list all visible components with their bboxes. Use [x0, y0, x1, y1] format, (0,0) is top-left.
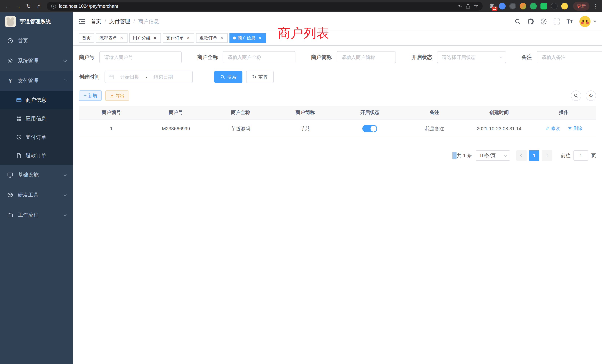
col-merchant-id: 商户编号: [79, 106, 144, 119]
extension-dark-icon[interactable]: [509, 3, 516, 10]
search-button[interactable]: 搜索: [214, 71, 242, 83]
status-toggle[interactable]: [362, 125, 377, 132]
goto-page-input[interactable]: [573, 150, 588, 161]
share-icon[interactable]: [465, 3, 471, 9]
user-menu[interactable]: [579, 16, 596, 27]
tab-merchant-info[interactable]: 商户信息 ×: [229, 33, 266, 43]
back-icon[interactable]: ←: [3, 1, 13, 11]
font-size-icon[interactable]: TT: [563, 12, 576, 31]
sidebar-toggle-icon[interactable]: [79, 19, 85, 24]
payment-submenu: 商户信息 应用信息 支付订单: [0, 91, 73, 165]
cell-short-name: 芋艿: [273, 119, 337, 138]
toggle-search-button[interactable]: [571, 90, 581, 101]
close-icon[interactable]: ×: [257, 35, 262, 41]
extension-avatar-icon[interactable]: [520, 3, 526, 10]
tab-refund-order[interactable]: 退款订单 ×: [196, 33, 228, 43]
close-icon[interactable]: ×: [119, 35, 124, 41]
breadcrumb-separator: /: [105, 19, 106, 24]
sidebar-item-refund-order[interactable]: 退款订单: [0, 146, 73, 165]
create-time-range-picker[interactable]: -: [105, 71, 193, 83]
refresh-icon: ↻: [252, 74, 256, 79]
fullscreen-icon[interactable]: [550, 12, 563, 31]
export-button[interactable]: 导出: [105, 90, 129, 101]
status-select[interactable]: 请选择开启状态: [437, 51, 506, 63]
sidebar-item-pay-order[interactable]: 支付订单: [0, 128, 73, 146]
tab-home[interactable]: 首页: [79, 33, 94, 43]
col-full-name: 商户全称: [208, 106, 273, 119]
cell-actions: 修改 删除: [531, 119, 596, 138]
next-page-button[interactable]: [542, 150, 552, 161]
extension-blue-icon[interactable]: [499, 3, 506, 10]
gear-icon: [7, 58, 13, 64]
forward-icon[interactable]: →: [13, 1, 23, 11]
delete-button[interactable]: 删除: [568, 126, 582, 131]
sidebar-item-payment[interactable]: ¥ 支付管理: [0, 71, 73, 91]
password-key-icon[interactable]: [457, 3, 462, 9]
page-size-select[interactable]: 10条/页: [476, 150, 510, 161]
sidebar-item-system[interactable]: 系统管理: [0, 51, 73, 71]
end-date-input[interactable]: [150, 74, 177, 80]
chevron-up-icon: [64, 79, 67, 82]
breadcrumb-payment[interactable]: 支付管理: [109, 18, 130, 25]
tab-user-group[interactable]: 用户分组 ×: [129, 33, 161, 43]
reset-button[interactable]: ↻ 重置: [246, 71, 274, 83]
remark-input[interactable]: [537, 51, 602, 63]
extension-notes-icon[interactable]: [540, 3, 547, 10]
edit-button-label: 修改: [551, 126, 560, 131]
tab-process-form[interactable]: 流程表单 ×: [96, 33, 128, 43]
browser-menu-icon[interactable]: ⋮: [592, 3, 599, 9]
extension-green-icon[interactable]: [530, 3, 537, 10]
sidebar-item-app-info[interactable]: 应用信息: [0, 109, 73, 128]
bookmark-star-icon[interactable]: ☆: [473, 3, 478, 9]
sidebar-item-label: 支付管理: [18, 77, 39, 84]
breadcrumb-home[interactable]: 首页: [91, 18, 101, 25]
page-1-button[interactable]: 1: [529, 150, 539, 161]
col-actions: 操作: [531, 106, 596, 119]
sidebar-item-devtools[interactable]: 研发工具: [0, 185, 73, 205]
close-icon[interactable]: ×: [152, 35, 158, 41]
table-toolbar: + 新增 导出 ↻: [79, 90, 596, 101]
reset-button-label: 重置: [258, 74, 268, 80]
github-icon[interactable]: [525, 12, 537, 31]
close-icon[interactable]: ×: [186, 35, 191, 41]
status-select-placeholder: 请选择开启状态: [442, 54, 476, 61]
url-text: localhost:1024/pay/merchant: [59, 3, 454, 9]
edit-button[interactable]: 修改: [545, 126, 560, 131]
sidebar-item-infrastructure[interactable]: 基础设施: [0, 165, 73, 185]
add-button[interactable]: + 新增: [79, 90, 102, 101]
search-icon[interactable]: [512, 12, 524, 31]
profile-avatar-icon[interactable]: [561, 3, 568, 10]
prev-page-button[interactable]: [516, 150, 527, 161]
filter-short-name: 商户简称: [311, 51, 396, 63]
tab-label: 退款订单: [199, 35, 217, 41]
tab-pay-order[interactable]: 支付订单 ×: [163, 33, 194, 43]
grid-icon: [16, 116, 22, 121]
extensions-puzzle-icon[interactable]: 10: [489, 3, 495, 10]
reload-icon[interactable]: ↻: [24, 1, 33, 11]
full-name-input[interactable]: [223, 51, 295, 63]
extension-paw-icon[interactable]: [551, 3, 558, 10]
tab-bar: 首页 流程表单 × 用户分组 × 支付订单 × 退款订单 × 商户信息 ×: [73, 31, 602, 46]
close-icon[interactable]: ×: [219, 35, 224, 41]
short-name-input[interactable]: [337, 51, 396, 63]
short-name-label: 商户简称: [311, 54, 332, 61]
home-icon[interactable]: ⌂: [34, 1, 44, 11]
sidebar-item-merchant-info[interactable]: 商户信息: [0, 91, 73, 109]
sidebar-item-label: 首页: [18, 37, 28, 44]
refresh-table-button[interactable]: ↻: [586, 90, 596, 101]
browser-update-button[interactable]: 更新: [573, 2, 589, 11]
refresh-icon: ↻: [589, 93, 593, 98]
merchant-no-input[interactable]: [99, 51, 182, 63]
topbar: 首页 / 支付管理 / 商户信息 TT: [73, 12, 602, 31]
url-bar[interactable]: i localhost:1024/pay/merchant ☆: [47, 2, 483, 11]
sidebar-item-home[interactable]: 首页: [0, 31, 73, 51]
chevron-down-icon: [64, 193, 67, 196]
start-date-input[interactable]: [116, 74, 143, 80]
page-content: 商户号 商户全称 商户简称 开启状态 请选择开启状态: [73, 46, 602, 364]
page-size-value: 10条/页: [479, 152, 496, 159]
help-icon[interactable]: [538, 12, 550, 31]
col-merchant-no: 商户号: [144, 106, 208, 119]
site-info-icon[interactable]: i: [51, 4, 56, 9]
app-logo[interactable]: 芋道管理系统: [0, 12, 73, 31]
sidebar-item-workflow[interactable]: 工作流程: [0, 205, 73, 225]
